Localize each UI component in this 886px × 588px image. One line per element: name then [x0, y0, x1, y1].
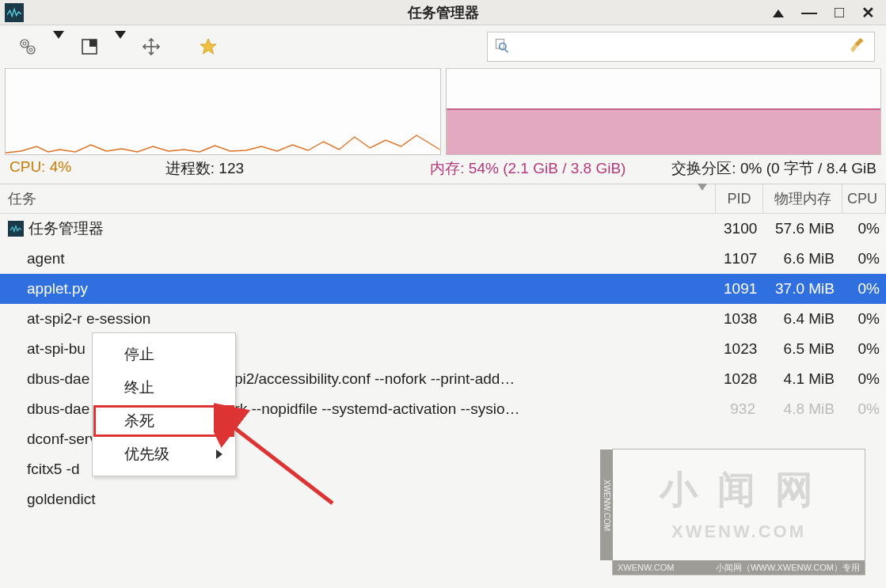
svg-point-2 [27, 46, 35, 54]
swap-stat: 交换分区: 0% (0 字节 / 8.4 GiB [671, 158, 876, 179]
process-pid-cell: 1023 [716, 340, 763, 358]
process-count-stat: 进程数: 123 [165, 158, 431, 179]
svg-point-0 [21, 40, 29, 47]
toolbar [0, 25, 886, 68]
col-header-name[interactable]: 任务 [0, 184, 716, 213]
view-icon[interactable] [73, 32, 106, 61]
window-minimize-button[interactable]: — [801, 3, 817, 21]
window-maximize-button[interactable]: □ [835, 3, 844, 21]
svg-line-11 [504, 49, 508, 52]
column-headers: 任务 PID 物理内存 CPU [0, 184, 886, 214]
table-row[interactable]: 任务管理器310057.6 MiB0% [0, 214, 886, 244]
star-icon[interactable] [192, 32, 225, 61]
watermark-overlay: XWENW.COM 小 闻 网 XWENW.COM XWENW.COM小闻网（W… [612, 449, 865, 514]
process-icon [8, 221, 24, 237]
process-mem-cell: 37.0 MiB [763, 280, 842, 298]
process-mem-cell: 4.8 MiB [763, 400, 842, 418]
process-name-cell: at-spi2-r e-session [0, 310, 716, 328]
cpu-stat: CPU: 4% [10, 158, 165, 179]
context-menu-item[interactable]: 终止 [93, 371, 235, 404]
process-cpu-cell: 0% [842, 220, 886, 237]
gear-icon[interactable] [11, 32, 44, 61]
search-input[interactable] [516, 40, 844, 54]
table-row[interactable]: applet.py109137.0 MiB0% [0, 274, 886, 304]
process-pid-cell: 1038 [716, 310, 763, 328]
process-cpu-cell: 0% [842, 370, 886, 388]
process-mem-cell: 4.1 MiB [763, 370, 842, 388]
search-box[interactable] [487, 32, 875, 62]
svg-point-3 [29, 48, 32, 51]
col-header-pid[interactable]: PID [716, 184, 763, 213]
table-row[interactable]: at-spi2-r e-session10386.4 MiB0% [0, 304, 886, 334]
process-cpu-cell: 0% [842, 280, 886, 298]
search-icon [494, 37, 510, 57]
context-menu-item[interactable]: 杀死 [93, 404, 235, 438]
process-pid-cell: 932 [716, 400, 763, 418]
gear-dropdown[interactable] [49, 32, 68, 61]
stats-bar: CPU: 4% 进程数: 123 内存: 54% (2.1 GiB / 3.8 … [0, 155, 886, 184]
window-title: 任务管理器 [0, 3, 886, 22]
window-close-button[interactable]: ✕ [861, 3, 875, 22]
app-icon [5, 3, 24, 22]
sort-indicator-icon [698, 191, 707, 207]
svg-rect-5 [89, 40, 97, 47]
process-mem-cell: 6.6 MiB [763, 250, 842, 267]
process-mem-cell: 57.6 MiB [763, 220, 842, 237]
process-mem-cell: 6.4 MiB [763, 310, 842, 328]
col-header-cpu[interactable]: CPU [842, 184, 886, 213]
process-pid-cell: 1091 [716, 280, 763, 298]
col-header-mem[interactable]: 物理内存 [763, 184, 842, 213]
process-cpu-cell: 0% [842, 340, 886, 358]
memory-graph [446, 68, 882, 155]
svg-point-1 [23, 42, 26, 45]
process-pid-cell: 1028 [716, 370, 763, 388]
process-name-cell: agent [0, 250, 716, 267]
context-menu-item[interactable]: 优先级 [93, 438, 235, 471]
context-menu: 停止终止杀死优先级 [92, 332, 236, 476]
graphs-row [0, 68, 886, 155]
svg-marker-8 [200, 39, 216, 54]
broom-icon[interactable] [850, 36, 868, 58]
process-pid-cell: 1107 [716, 250, 763, 267]
process-pid-cell: 3100 [716, 220, 763, 237]
move-icon[interactable] [135, 32, 168, 61]
title-bar: 任务管理器 — □ ✕ [0, 0, 886, 25]
process-name-cell: 任务管理器 [0, 218, 716, 239]
process-cpu-cell: 0% [842, 310, 886, 328]
cpu-graph [5, 68, 441, 155]
table-row[interactable]: agent11076.6 MiB0% [0, 244, 886, 274]
process-name-cell: applet.py [0, 280, 716, 298]
memory-stat: 内存: 54% (2.1 GiB / 3.8 GiB) [430, 158, 671, 179]
window-up-icon[interactable] [773, 3, 784, 21]
process-cpu-cell: 0% [842, 400, 886, 418]
context-menu-item[interactable]: 停止 [93, 338, 235, 371]
view-dropdown[interactable] [111, 32, 130, 61]
process-cpu-cell: 0% [842, 250, 886, 267]
process-mem-cell: 6.5 MiB [763, 340, 842, 358]
